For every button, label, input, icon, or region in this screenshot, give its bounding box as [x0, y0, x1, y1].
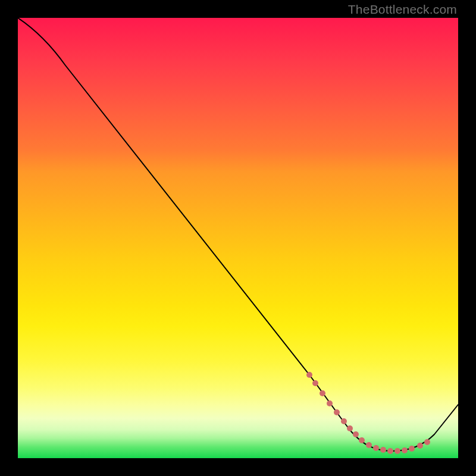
valley-marker	[409, 446, 415, 452]
plot-area	[18, 18, 458, 458]
valley-marker	[380, 447, 386, 453]
valley-marker	[366, 442, 372, 448]
bottleneck-curve	[18, 18, 458, 451]
valley-marker	[394, 448, 400, 454]
valley-marker	[320, 390, 325, 396]
watermark-text: TheBottleneck.com	[348, 2, 457, 17]
chart-frame: TheBottleneck.com	[0, 0, 476, 476]
valley-markers	[306, 372, 430, 454]
valley-marker	[359, 437, 365, 443]
valley-marker	[347, 425, 353, 431]
valley-marker	[327, 400, 333, 406]
curve-svg	[18, 18, 458, 458]
valley-marker	[387, 448, 393, 454]
valley-marker	[312, 380, 318, 386]
valley-marker	[402, 447, 408, 453]
valley-marker	[417, 443, 423, 449]
valley-marker	[341, 418, 347, 424]
valley-marker	[334, 409, 340, 415]
valley-marker	[353, 431, 359, 437]
valley-marker	[424, 439, 430, 445]
valley-marker	[306, 372, 312, 378]
valley-marker	[373, 445, 379, 451]
